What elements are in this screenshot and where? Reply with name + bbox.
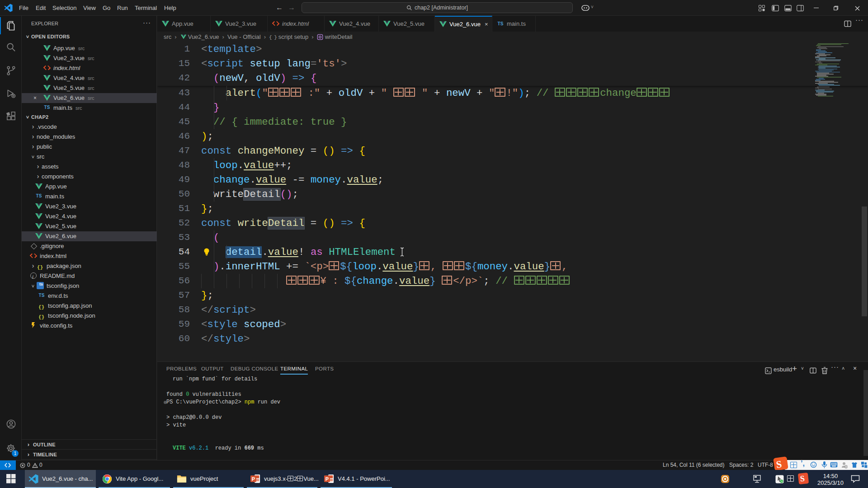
svg-text:P: P [326, 476, 329, 482]
svg-text:P: P [252, 476, 255, 482]
